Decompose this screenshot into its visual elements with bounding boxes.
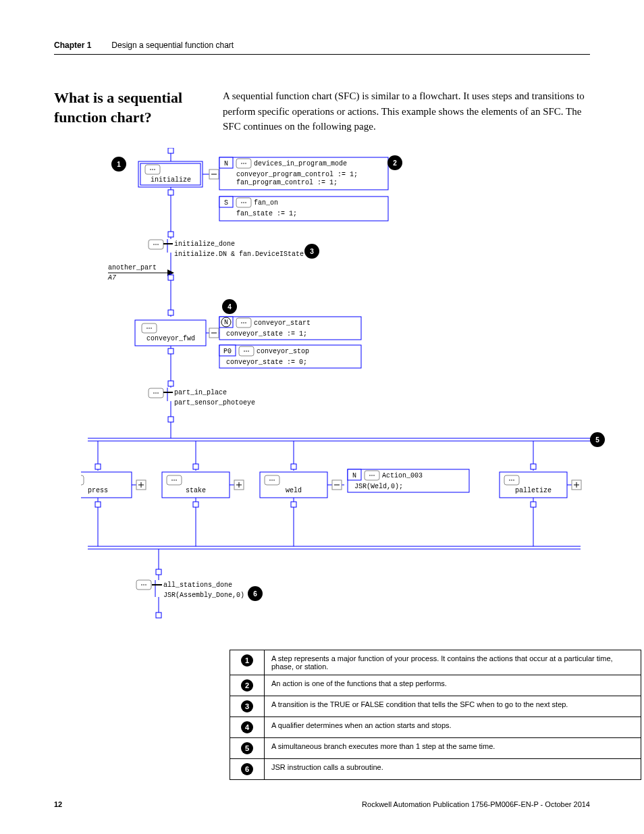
ellipsis-icon[interactable] (236, 159, 251, 168)
ellipsis-icon[interactable] (236, 198, 251, 207)
svg-rect-53 (531, 464, 536, 469)
ellipsis-icon[interactable] (239, 346, 254, 356)
callout-3: 3 (310, 248, 314, 255)
legend-row: 2An action is one of the functions that … (230, 675, 641, 696)
chapter-label: Chapter 1 (54, 41, 91, 50)
trans-initialize-done-label: initialize_done (174, 240, 235, 248)
action-conveyor-start-code: conveyor_state := 1; (226, 330, 307, 338)
action-fan-on-label: fan_on (254, 199, 278, 207)
step-initialize-label: initialize (151, 176, 191, 184)
svg-rect-50 (95, 464, 101, 469)
step-weld-label: weld (286, 487, 302, 494)
svg-rect-71 (531, 502, 536, 507)
ellipsis-icon[interactable] (145, 165, 160, 174)
svg-rect-10 (168, 148, 173, 153)
ellipsis-icon[interactable] (149, 388, 163, 398)
legend-callout-4: 4 (241, 721, 253, 733)
svg-rect-29 (168, 310, 173, 315)
action-003-code: JSR(Weld,0); (354, 483, 403, 490)
action-devices-label: devices_in_program_mode (254, 160, 347, 167)
svg-rect-52 (291, 464, 296, 469)
svg-rect-69 (193, 502, 198, 507)
qualifier-p0: P0 (223, 348, 232, 355)
legend-callout-6: 6 (241, 763, 253, 775)
trans-part-in-place-label: part_in_place (174, 389, 227, 396)
action-003-label: Action_003 (382, 472, 423, 479)
legend-callout-1: 1 (241, 654, 253, 667)
collapse-icon[interactable] (332, 480, 342, 490)
trans-part-in-place-code: part_sensor_photoeye (174, 399, 255, 407)
action-fan-on-code: fan_state := 1; (236, 210, 297, 217)
ellipsis-icon[interactable] (236, 318, 251, 328)
legend-text: A simultaneous branch executes more than… (265, 737, 641, 758)
legend-text: A step represents a major function of yo… (265, 650, 641, 675)
trans-all-stations-code: JSR(Assembly_Done,0) (163, 592, 244, 599)
legend-callout-5: 5 (241, 742, 253, 754)
sfc-diagram: initialize 1 N devices_in_program_mode c… (81, 148, 590, 636)
legend-row: 4A qualifier determines when an action s… (230, 716, 641, 737)
legend-text: An action is one of the functions that a… (265, 675, 641, 696)
ellipsis-icon[interactable] (265, 475, 279, 485)
svg-rect-70 (291, 502, 296, 507)
step-palletize-label: palletize (515, 487, 552, 494)
ellipsis-icon[interactable] (142, 323, 157, 333)
legend-row: 1A step represents a major function of y… (230, 650, 641, 675)
callout-6: 6 (253, 590, 257, 598)
callout-2: 2 (393, 159, 397, 167)
page-footer: 12 Rockwell Automation Publication 1756-… (54, 800, 590, 808)
action-conveyor-stop-label: conveyor_stop (257, 348, 309, 355)
expand-icon[interactable] (234, 480, 244, 490)
collapse-icon[interactable] (209, 170, 219, 179)
legend-callout-2: 2 (241, 679, 253, 692)
ellipsis-icon[interactable] (81, 475, 84, 485)
qualifier-n: N (224, 160, 228, 167)
action-conveyor-stop-code: conveyor_state := 0; (226, 359, 307, 366)
legend-row: 5A simultaneous branch executes more tha… (230, 737, 641, 758)
legend-row: 6JSR instruction calls a subroutine. (230, 758, 641, 779)
svg-rect-21 (168, 232, 173, 237)
ellipsis-icon[interactable] (136, 580, 151, 590)
legend-table: 1A step represents a major function of y… (230, 650, 641, 780)
action-devices-code1: conveyor_program_control := 1; (236, 171, 358, 178)
ellipsis-icon[interactable] (167, 475, 182, 485)
ellipsis-icon[interactable] (504, 475, 519, 485)
section-body: A sequential function chart (SFC) is sim… (223, 88, 590, 134)
page-header: Chapter 1 Design a sequential function c… (54, 41, 590, 55)
legend-callout-3: 3 (241, 700, 253, 712)
svg-rect-39 (168, 381, 173, 386)
svg-rect-75 (156, 569, 161, 575)
callout-5: 5 (595, 436, 599, 444)
expand-icon[interactable] (136, 480, 146, 490)
step-stake-label: stake (186, 487, 206, 494)
section-heading: What is a sequential function chart? (54, 88, 203, 134)
section-row: What is a sequential function chart? A s… (54, 88, 590, 134)
trans-all-stations-label: all_stations_done (163, 581, 232, 589)
svg-rect-28 (168, 275, 173, 280)
publication-info: Rockwell Automation Publication 1756-PM0… (362, 800, 590, 808)
svg-rect-68 (95, 502, 101, 507)
action-devices-code2: fan_program_control := 1; (236, 179, 338, 186)
chapter-title: Design a sequential function chart (111, 41, 234, 50)
trans-initialize-done-code: initialize.DN & fan.DeviceIState (174, 251, 304, 258)
qualifier-n-2: N (224, 319, 228, 326)
ellipsis-icon[interactable] (149, 240, 163, 249)
another-part-label: another_part (108, 264, 157, 271)
svg-rect-38 (168, 348, 173, 354)
step-conveyor-fwd-label: conveyor_fwd (146, 335, 195, 342)
collapse-icon[interactable] (209, 328, 219, 338)
legend-text: JSR instruction calls a subroutine. (265, 758, 641, 779)
legend-row: 3A transition is the TRUE or FALSE condi… (230, 696, 641, 716)
qualifier-n-3: N (352, 472, 356, 479)
legend-text: A qualifier determines when an action st… (265, 716, 641, 737)
legend-text: A transition is the TRUE or FALSE condit… (265, 696, 641, 716)
qualifier-s: S (224, 199, 228, 207)
ellipsis-icon[interactable] (365, 471, 379, 480)
svg-rect-51 (193, 464, 198, 469)
callout-1: 1 (117, 161, 121, 168)
page-number: 12 (54, 800, 62, 808)
step-press-label: press (88, 487, 108, 494)
svg-rect-43 (168, 417, 173, 422)
svg-rect-79 (156, 613, 161, 618)
svg-rect-20 (168, 190, 173, 195)
expand-icon[interactable] (572, 480, 581, 490)
